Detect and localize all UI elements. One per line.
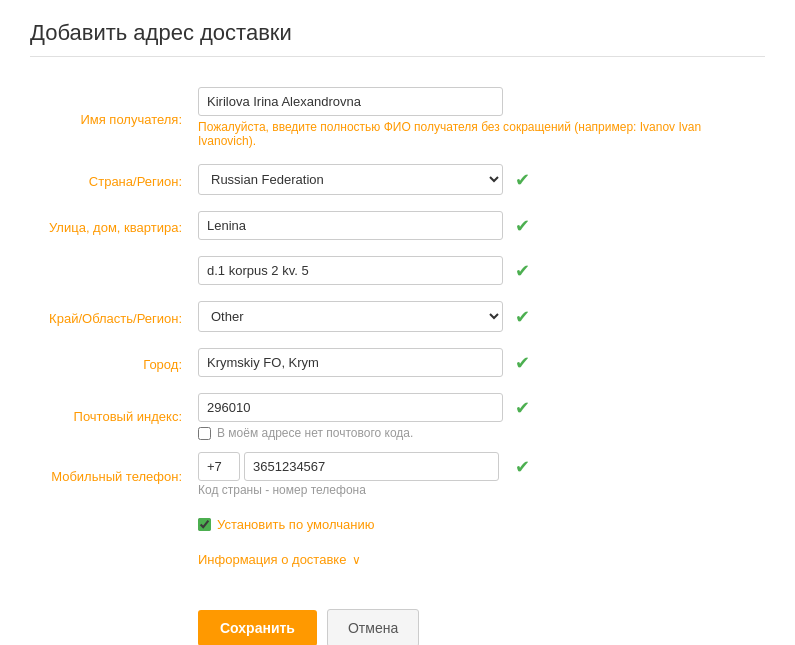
save-button[interactable]: Сохранить [198,610,317,645]
phone-cell: ✔ Код страны - номер телефона [190,446,765,507]
set-default-container: Установить по умолчанию [198,517,757,532]
region-label: Край/Область/Регион: [30,295,190,342]
street1-cell: ✔ [190,205,765,250]
buttons-row-tr: Сохранить Отмена [30,573,765,645]
street2-empty-label [30,250,190,295]
phone-input-row: ✔ [198,452,757,481]
city-row: Город: ✔ [30,342,765,387]
recipient-cell: Пожалуйста, введите полностью ФИО получа… [190,81,765,158]
no-zip-checkbox[interactable] [198,427,211,440]
city-cell: ✔ [190,342,765,387]
chevron-down-icon: ∨ [352,553,361,567]
country-input-row: Russian Federation ✔ [198,164,757,195]
zip-label: Почтовый индекс: [30,387,190,446]
street1-input[interactable] [198,211,503,240]
street2-check-icon: ✔ [511,260,533,282]
city-label: Город: [30,342,190,387]
region-input-row: Other ✔ [198,301,757,332]
delivery-info-toggle[interactable]: Информация о доставке ∨ [198,552,757,567]
no-zip-row: В моём адресе нет почтового кода. [198,426,757,440]
recipient-row: Имя получателя: Пожалуйста, введите полн… [30,81,765,158]
recipient-input-row [198,87,757,116]
set-default-row: Установить по умолчанию [30,507,765,538]
street2-cell: ✔ [190,250,765,295]
country-label: Страна/Регион: [30,158,190,205]
zip-cell: ✔ В моём адресе нет почтового кода. [190,387,765,446]
city-input-row: ✔ [198,348,757,377]
street1-row: Улица, дом, квартира: ✔ [30,205,765,250]
region-select[interactable]: Other [198,301,503,332]
street2-input[interactable] [198,256,503,285]
country-cell: Russian Federation ✔ [190,158,765,205]
delivery-info-row: Информация о доставке ∨ [30,538,765,573]
form-table: Имя получателя: Пожалуйста, введите полн… [30,81,765,645]
delivery-info-label: Информация о доставке [198,552,346,567]
phone-number-input[interactable] [244,452,499,481]
zip-check-icon: ✔ [511,397,533,419]
street-label: Улица, дом, квартира: [30,205,190,250]
region-row: Край/Область/Регион: Other ✔ [30,295,765,342]
city-check-icon: ✔ [511,352,533,374]
zip-input[interactable] [198,393,503,422]
cancel-button[interactable]: Отмена [327,609,419,645]
street2-row: ✔ [30,250,765,295]
street1-check-icon: ✔ [511,215,533,237]
street1-input-row: ✔ [198,211,757,240]
zip-row: Почтовый индекс: ✔ В моём адресе нет поч… [30,387,765,446]
region-check-icon: ✔ [511,306,533,328]
phone-row: Мобильный телефон: ✔ Код страны - номер … [30,446,765,507]
page-container: Добавить адрес доставки Имя получателя: … [0,0,795,645]
page-title: Добавить адрес доставки [30,20,765,57]
recipient-input[interactable] [198,87,503,116]
country-row: Страна/Регион: Russian Federation ✔ [30,158,765,205]
buttons-row: Сохранить Отмена [198,599,757,645]
set-default-checkbox[interactable] [198,518,211,531]
no-zip-label: В моём адресе нет почтового кода. [217,426,413,440]
recipient-hint: Пожалуйста, введите полностью ФИО получа… [198,120,757,148]
zip-input-row: ✔ [198,393,757,422]
country-check-icon: ✔ [511,169,533,191]
country-select[interactable]: Russian Federation [198,164,503,195]
city-input[interactable] [198,348,503,377]
recipient-label: Имя получателя: [30,81,190,158]
phone-label: Мобильный телефон: [30,446,190,507]
phone-hint: Код страны - номер телефона [198,483,757,497]
phone-code-input[interactable] [198,452,240,481]
street2-input-row: ✔ [198,256,757,285]
set-default-label: Установить по умолчанию [217,517,374,532]
phone-check-icon: ✔ [511,456,533,478]
region-cell: Other ✔ [190,295,765,342]
